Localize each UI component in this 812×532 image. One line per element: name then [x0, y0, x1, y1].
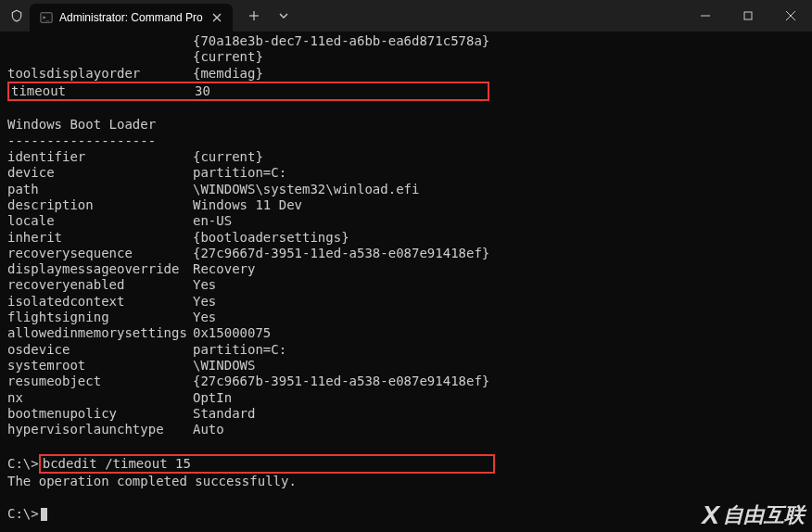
property-row: inherit{bootloadersettings} [7, 230, 805, 246]
property-key: description [7, 197, 193, 213]
result-line: The operation completed successfully. [7, 474, 805, 489]
property-key: device [7, 165, 193, 181]
property-row: allowedinmemorysettings0x15000075 [7, 325, 805, 341]
text-cursor [41, 508, 47, 521]
property-value: \WINDOWS [193, 358, 255, 373]
property-value: Auto [193, 422, 224, 437]
blank-line [7, 489, 805, 505]
property-value: Recovery [193, 261, 255, 276]
property-value: {27c9667b-3951-11ed-a538-e087e91418ef} [193, 374, 489, 388]
titlebar-left [0, 0, 24, 32]
property-value: {27c9667d-3951-11ed-a538-e087e91418ef} [193, 246, 489, 260]
command-line: C:\>bcdedit /timeout 15 [7, 454, 805, 474]
watermark: X 自由互联 [702, 507, 805, 523]
property-value: Standard [193, 406, 255, 421]
blank-line [7, 437, 805, 453]
property-row: systemroot\WINDOWS [7, 358, 805, 374]
property-value: {bootloadersettings} [193, 230, 349, 245]
titlebar-drag-area[interactable] [298, 0, 684, 32]
property-key: recoveryenabled [7, 277, 193, 293]
watermark-text: 自由互联 [723, 507, 805, 523]
cmd-icon: >_ [39, 10, 54, 25]
property-row: recoverysequence{27c9667d-3951-11ed-a538… [7, 246, 805, 261]
property-row: devicepartition=C: [7, 165, 805, 181]
property-row: osdevicepartition=C: [7, 342, 805, 358]
property-value: partition=C: [193, 342, 286, 357]
property-row: displaymessageoverrideRecovery [7, 261, 805, 277]
property-value: Yes [193, 294, 216, 309]
terminal-window: >_ Administrator: Command Pro [0, 0, 812, 532]
property-row: flightsigningYes [7, 310, 805, 325]
property-key: displaymessageoverride [7, 261, 193, 277]
property-row: recoveryenabledYes [7, 277, 805, 293]
prompt-line: C:\> [7, 506, 805, 522]
property-row: bootmenupolicyStandard [7, 406, 805, 422]
property-value: OptIn [193, 390, 232, 405]
output-line: toolsdisplayorder{memdiag} [7, 66, 805, 82]
property-value: {current} [193, 149, 263, 164]
svg-text:>_: >_ [43, 14, 50, 21]
output-line: {70a18e3b-dec7-11ed-a6bb-ea6d871c578a} [7, 33, 805, 49]
property-key: path [7, 182, 193, 197]
shield-icon [9, 8, 24, 23]
tab-actions [240, 0, 298, 32]
property-row: localeen-US [7, 213, 805, 229]
tab-dropdown-button[interactable] [270, 2, 298, 30]
property-key: locale [7, 213, 193, 229]
property-key: resumeobject [7, 374, 193, 389]
highlighted-timeout-row: timeout30 [7, 82, 805, 101]
minimize-button[interactable] [684, 0, 727, 32]
property-key: recoverysequence [7, 246, 193, 261]
property-value: en-US [193, 213, 232, 228]
property-row: hypervisorlaunchtypeAuto [7, 422, 805, 437]
property-row: resumeobject{27c9667b-3951-11ed-a538-e08… [7, 374, 805, 389]
property-value: Yes [193, 277, 216, 292]
property-value: Windows 11 Dev [193, 197, 302, 212]
close-button[interactable] [769, 0, 812, 32]
property-key: flightsigning [7, 310, 193, 325]
blank-line [7, 101, 805, 117]
property-value: Yes [193, 310, 216, 324]
property-value: 0x15000075 [193, 325, 271, 340]
active-tab[interactable]: >_ Administrator: Command Pro [30, 4, 233, 32]
maximize-button[interactable] [727, 0, 769, 32]
property-row: descriptionWindows 11 Dev [7, 197, 805, 213]
property-value: \WINDOWS\system32\winload.efi [193, 182, 419, 196]
new-tab-button[interactable] [240, 2, 268, 30]
property-key: identifier [7, 149, 193, 165]
window-controls [684, 0, 812, 32]
property-key: hypervisorlaunchtype [7, 422, 193, 437]
terminal-output[interactable]: {70a18e3b-dec7-11ed-a6bb-ea6d871c578a} {… [0, 32, 812, 532]
property-key: systemroot [7, 358, 193, 374]
titlebar[interactable]: >_ Administrator: Command Pro [0, 0, 812, 32]
section-title: Windows Boot Loader [7, 117, 805, 133]
property-value: partition=C: [193, 165, 286, 180]
property-row: identifier{current} [7, 149, 805, 165]
property-row: nxOptIn [7, 390, 805, 406]
tab-close-button[interactable] [209, 9, 225, 26]
svg-rect-7 [744, 12, 752, 19]
tab-title: Administrator: Command Pro [59, 11, 203, 24]
property-list: identifier{current}devicepartition=C:pat… [7, 149, 805, 437]
property-key: inherit [7, 230, 193, 246]
output-line: {current} [7, 49, 805, 65]
property-key: isolatedcontext [7, 294, 193, 310]
property-key: allowedinmemorysettings [7, 325, 193, 341]
section-divider: ------------------- [7, 133, 805, 149]
property-key: osdevice [7, 342, 193, 358]
property-row: path\WINDOWS\system32\winload.efi [7, 182, 805, 197]
property-key: nx [7, 390, 193, 406]
property-key: bootmenupolicy [7, 406, 193, 422]
watermark-logo-icon: X [702, 507, 719, 523]
property-row: isolatedcontextYes [7, 294, 805, 310]
